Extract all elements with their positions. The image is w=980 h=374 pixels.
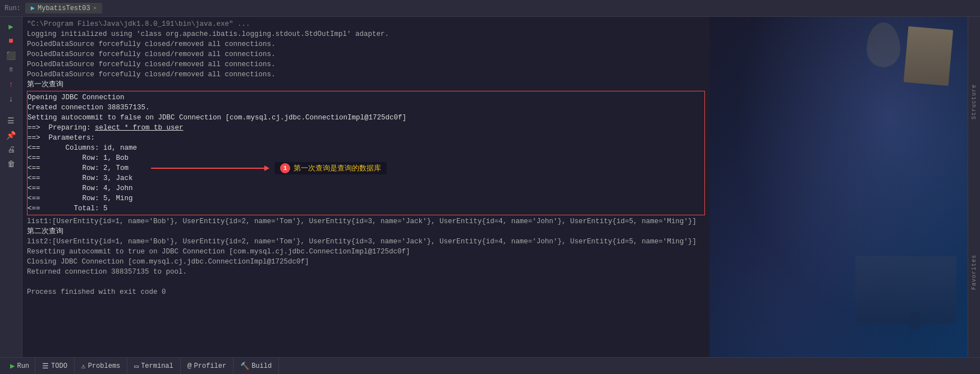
- total-line: <== Total: 5: [28, 204, 704, 214]
- section-header-1: 第一次查询: [27, 80, 705, 90]
- book-shape: [904, 26, 953, 86]
- up-arrow-icon[interactable]: ↑: [3, 79, 19, 91]
- console-line-2: Logging initialized using 'class org.apa…: [27, 29, 705, 39]
- tab-close-icon[interactable]: ×: [93, 5, 97, 12]
- favorites-section: Favorites: [971, 187, 977, 358]
- top-bar: Run: ▶ MybatisTest03 ×: [0, 0, 980, 17]
- build-label: Build: [251, 362, 272, 370]
- row-4-line: <== Row: 4, John: [28, 183, 704, 193]
- print-icon[interactable]: 🖨: [3, 144, 19, 156]
- todo-icon: ☰: [42, 362, 49, 371]
- right-background: [709, 17, 968, 357]
- row-2-container: <== Row: 2, Tom 1 第一次查询是查询的数据库: [28, 163, 704, 173]
- main-area: ▶ ■ ⬛ ⠿ ↑ ↓ ☰ 📌 🖨 🗑 "C:\Program Files\Ja…: [0, 17, 980, 357]
- exit-line: Process finished with exit code 0: [27, 287, 705, 297]
- console-line-1: "C:\Program Files\Java\jdk1.8.0_191\bin\…: [27, 19, 705, 29]
- arrow-head: [264, 165, 269, 171]
- problems-label: Problems: [88, 362, 121, 370]
- arrow-line: [151, 168, 269, 169]
- monitor-shape: [855, 256, 956, 324]
- structure-section: Structure: [971, 17, 977, 187]
- preparing-line: ==> Preparing: select * from tb_user: [28, 123, 704, 133]
- console-line-6: PooledDataSource forcefully closed/remov…: [27, 70, 705, 80]
- badge-text: 第一次查询是查询的数据库: [294, 163, 381, 173]
- returned-line: Returned connection 388357135 to pool.: [27, 267, 705, 277]
- mug-shape: [867, 22, 900, 67]
- screenshot-icon[interactable]: ⬛: [3, 49, 19, 62]
- grid-icon[interactable]: ⠿: [3, 64, 19, 76]
- list-icon[interactable]: ☰: [3, 114, 19, 127]
- list2-line: list2:[UserEntity{id=1, name='Bob'}, Use…: [27, 237, 705, 247]
- list1-line: list1:[UserEntity{id=1, name='Bob'}, Use…: [27, 216, 705, 227]
- run-button-label: Run: [17, 362, 29, 370]
- profiler-tab[interactable]: @ Profiler: [181, 358, 233, 374]
- run-play-icon: ▶: [10, 361, 15, 371]
- problems-tab[interactable]: ⚠ Problems: [75, 358, 127, 374]
- structure-sidebar: Structure Favorites: [968, 17, 980, 357]
- row-2-line: <== Row: 2, Tom: [28, 163, 129, 173]
- columns-line: <== Columns: id, name: [28, 143, 704, 153]
- build-tab[interactable]: 🔨 Build: [233, 358, 279, 374]
- pin-icon[interactable]: 📌: [3, 129, 19, 141]
- badge-number: 1: [280, 163, 290, 173]
- down-arrow-icon[interactable]: ↓: [3, 93, 19, 105]
- stop-button[interactable]: ■: [3, 35, 19, 47]
- bottom-run-button[interactable]: ▶ Run: [4, 358, 35, 374]
- terminal-icon: ▭: [134, 362, 139, 371]
- parameters-line: ==> Parameters:: [28, 133, 704, 143]
- tab-name: MybatisTest03: [38, 4, 90, 12]
- todo-tab[interactable]: ☰ TODO: [35, 358, 75, 374]
- annotation-tooltip: 1 第一次查询是查询的数据库: [274, 162, 387, 174]
- red-border-section: Opening JDBC Connection Created connecti…: [27, 91, 705, 215]
- resetting-line: Resetting autocommit to true on JDBC Con…: [27, 247, 705, 257]
- favorites-label: Favorites: [971, 255, 977, 290]
- terminal-tab[interactable]: ▭ Terminal: [127, 358, 180, 374]
- console-area[interactable]: "C:\Program Files\Java\jdk1.8.0_191\bin\…: [22, 17, 709, 357]
- empty-line: [27, 277, 705, 287]
- profiler-icon: @: [187, 362, 192, 370]
- structure-label: Structure: [971, 84, 977, 119]
- bottom-bar: ▶ Run ☰ TODO ⚠ Problems ▭ Terminal @ Pro…: [0, 357, 980, 374]
- left-sidebar: ▶ ■ ⬛ ⠿ ↑ ↓ ☰ 📌 🖨 🗑: [0, 17, 22, 357]
- play-button[interactable]: ▶: [3, 20, 19, 33]
- row-5-line: <== Row: 5, Ming: [28, 193, 704, 204]
- section-header-2: 第二次查询: [27, 227, 705, 237]
- console-line-3: PooledDataSource forcefully closed/remov…: [27, 39, 705, 49]
- console-line-5: PooledDataSource forcefully closed/remov…: [27, 59, 705, 70]
- todo-label: TODO: [51, 362, 67, 370]
- trash-icon[interactable]: 🗑: [3, 158, 19, 170]
- monitor-stand: [909, 312, 920, 329]
- run-label: Run:: [4, 4, 21, 12]
- terminal-label: Terminal: [141, 362, 173, 370]
- console-content: "C:\Program Files\Java\jdk1.8.0_191\bin\…: [22, 19, 709, 297]
- created-conn-line: Created connection 388357135.: [28, 103, 704, 113]
- jdbc-open-line: Opening JDBC Connection: [28, 93, 704, 103]
- console-line-4: PooledDataSource forcefully closed/remov…: [27, 49, 705, 59]
- closing-line: Closing JDBC Connection [com.mysql.cj.jd…: [27, 257, 705, 267]
- autocommit-line: Setting autocommit to false on JDBC Conn…: [28, 113, 704, 123]
- row-3-line: <== Row: 3, Jack: [28, 173, 704, 183]
- build-icon: 🔨: [240, 362, 249, 371]
- run-tab[interactable]: ▶ MybatisTest03 ×: [25, 3, 102, 13]
- problems-icon: ⚠: [81, 362, 86, 371]
- profiler-label: Profiler: [194, 362, 227, 370]
